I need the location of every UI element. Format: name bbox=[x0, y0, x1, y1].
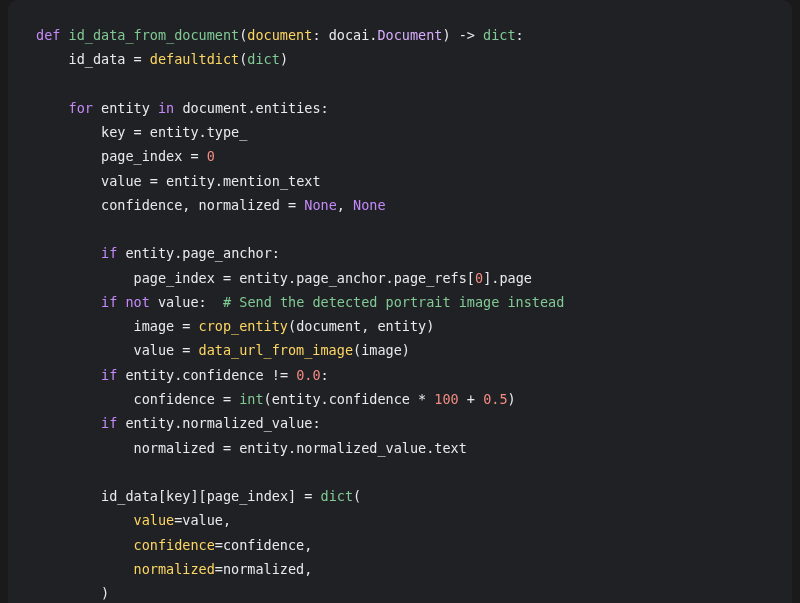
token-attr: entities bbox=[256, 100, 321, 116]
token-punc: , bbox=[304, 561, 312, 577]
token-attr: page_refs bbox=[394, 270, 467, 286]
token-op: = bbox=[142, 173, 166, 189]
token-var: entity bbox=[239, 440, 288, 456]
token-call: data_url_from_image bbox=[199, 342, 353, 358]
token-var: image bbox=[134, 318, 175, 334]
token-attr: normalized_value bbox=[296, 440, 426, 456]
token-var: normalized bbox=[199, 197, 280, 213]
token-var: id_data bbox=[101, 488, 158, 504]
token-none: None bbox=[353, 197, 386, 213]
token-punc: . bbox=[215, 173, 223, 189]
token-fn: id_data_from_document bbox=[69, 27, 240, 43]
token-attr: page_anchor bbox=[182, 245, 271, 261]
token-op: = bbox=[125, 124, 149, 140]
token-punc: . bbox=[386, 270, 394, 286]
token-punc: ) bbox=[402, 342, 410, 358]
token-kw: in bbox=[158, 100, 174, 116]
token-punc: : bbox=[199, 294, 207, 310]
token-punc: : bbox=[312, 415, 320, 431]
token-punc: : bbox=[272, 245, 280, 261]
token-op: = bbox=[182, 148, 206, 164]
token-attr: mention_text bbox=[223, 173, 321, 189]
token-param: value bbox=[134, 512, 175, 528]
token-var: docai bbox=[329, 27, 370, 43]
token-op: = bbox=[174, 318, 198, 334]
token-op: = bbox=[280, 197, 304, 213]
token-op: = bbox=[215, 561, 223, 577]
token-punc: ][ bbox=[190, 488, 206, 504]
token-builtin: dict bbox=[247, 51, 280, 67]
token-var: document bbox=[182, 100, 247, 116]
token-num: 0.0 bbox=[296, 367, 320, 383]
token-punc: : bbox=[321, 100, 329, 116]
token-var: entity bbox=[272, 391, 321, 407]
token-op: * bbox=[410, 391, 434, 407]
token-op: = bbox=[215, 270, 239, 286]
token-punc: ) bbox=[280, 51, 288, 67]
token-punc: : bbox=[312, 27, 328, 43]
token-attr: page_anchor bbox=[296, 270, 385, 286]
token-attr: normalized_value bbox=[182, 415, 312, 431]
token-punc: . bbox=[288, 440, 296, 456]
token-punc: ( bbox=[353, 488, 361, 504]
token-punc: ) -> bbox=[442, 27, 483, 43]
token-var: value bbox=[101, 173, 142, 189]
token-op: = bbox=[215, 537, 223, 553]
python-source: def id_data_from_document(document: doca… bbox=[36, 27, 564, 603]
token-var: normalized bbox=[223, 561, 304, 577]
token-var: normalized bbox=[134, 440, 215, 456]
token-param: confidence bbox=[134, 537, 215, 553]
token-call: crop_entity bbox=[199, 318, 288, 334]
token-var: document bbox=[296, 318, 361, 334]
token-var: value bbox=[134, 342, 175, 358]
token-punc: ) bbox=[426, 318, 434, 334]
token-punc: ( bbox=[353, 342, 361, 358]
token-punc: : bbox=[516, 27, 524, 43]
token-punc: . bbox=[199, 124, 207, 140]
token-kw: if bbox=[101, 367, 117, 383]
token-punc: , bbox=[361, 318, 377, 334]
token-punc: . bbox=[321, 391, 329, 407]
token-op: = bbox=[174, 342, 198, 358]
token-var: entity bbox=[125, 245, 174, 261]
token-var: entity bbox=[125, 367, 174, 383]
token-var: entity bbox=[166, 173, 215, 189]
token-punc: : bbox=[321, 367, 329, 383]
token-punc: , bbox=[304, 537, 312, 553]
token-var: page_index bbox=[134, 270, 215, 286]
token-var: entity bbox=[101, 100, 150, 116]
token-var: key bbox=[166, 488, 190, 504]
token-attr: confidence bbox=[329, 391, 410, 407]
token-op: + bbox=[459, 391, 483, 407]
token-call: defaultdict bbox=[150, 51, 239, 67]
token-kw: if bbox=[101, 245, 117, 261]
token-punc: ) bbox=[101, 585, 109, 601]
token-attr: page bbox=[499, 270, 532, 286]
token-kw: for bbox=[69, 100, 93, 116]
token-builtin: dict bbox=[321, 488, 354, 504]
token-kw: def bbox=[36, 27, 69, 43]
token-punc: [ bbox=[467, 270, 475, 286]
token-num: 0.5 bbox=[483, 391, 507, 407]
token-kw: if bbox=[101, 294, 117, 310]
token-var: confidence bbox=[134, 391, 215, 407]
token-op: = bbox=[296, 488, 320, 504]
token-var: page_index bbox=[207, 488, 288, 504]
token-attr: type_ bbox=[207, 124, 248, 140]
token-var: confidence bbox=[101, 197, 182, 213]
token-num: 100 bbox=[434, 391, 458, 407]
token-punc: . bbox=[247, 100, 255, 116]
token-op: = bbox=[215, 440, 239, 456]
token-punc: , bbox=[337, 197, 353, 213]
token-comment: # Send the detected portrait image inste… bbox=[223, 294, 564, 310]
token-num: 0 bbox=[475, 270, 483, 286]
token-punc: [ bbox=[158, 488, 166, 504]
token-punc: ] bbox=[288, 488, 296, 504]
token-var: image bbox=[361, 342, 402, 358]
token-op: != bbox=[264, 367, 297, 383]
code-block: def id_data_from_document(document: doca… bbox=[8, 0, 792, 603]
token-builtin: dict bbox=[483, 27, 516, 43]
token-var: entity bbox=[125, 415, 174, 431]
token-var: key bbox=[101, 124, 125, 140]
token-op: = bbox=[125, 51, 149, 67]
